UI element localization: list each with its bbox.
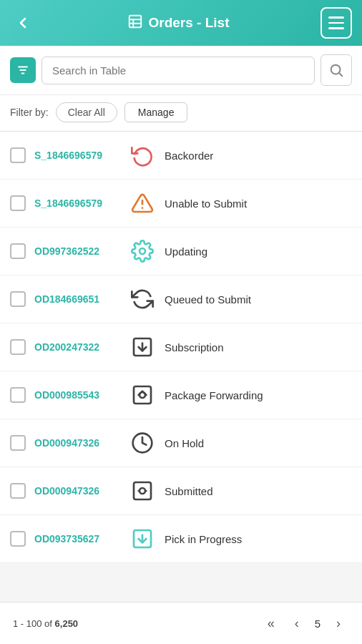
order-status: Queued to Submit: [165, 293, 352, 306]
row-checkbox[interactable]: [10, 483, 26, 499]
table-row: S_1846696579Unable to Submit: [0, 180, 362, 228]
order-status: Updating: [165, 245, 352, 258]
page-title: Orders - List: [149, 15, 230, 31]
onhold-icon: [129, 429, 156, 457]
svg-rect-17: [134, 482, 151, 499]
svg-rect-14: [134, 386, 151, 404]
filter-label: Filter by:: [10, 107, 49, 118]
manage-button[interactable]: Manage: [124, 102, 188, 122]
order-id[interactable]: OD000947326: [34, 485, 120, 497]
footer: 1 - 100 of 6,250 « ‹ 5 ›: [0, 602, 362, 644]
search-input[interactable]: [41, 57, 315, 84]
table-row: S_1846696579Backorder: [0, 132, 362, 180]
table-row: OD000947326On Hold: [0, 419, 362, 467]
hamburger-icon: [328, 16, 344, 29]
order-status: Submitted: [165, 485, 352, 497]
pick-icon: [129, 525, 156, 552]
header-title-wrap: Orders - List: [127, 14, 230, 33]
search-button[interactable]: [321, 54, 352, 86]
table-row: OD997362522Updating: [0, 228, 362, 275]
unable-icon: [129, 190, 156, 217]
search-bar: [0, 46, 362, 95]
next-page-button[interactable]: ›: [328, 613, 349, 634]
order-id[interactable]: OD200247322: [34, 341, 120, 353]
order-id[interactable]: OD093735627: [34, 533, 120, 545]
queued-icon: [129, 286, 156, 313]
row-checkbox[interactable]: [10, 531, 26, 547]
row-checkbox[interactable]: [10, 243, 26, 259]
table-row: OD000947326Submitted: [0, 467, 362, 515]
row-checkbox[interactable]: [10, 387, 26, 403]
order-id[interactable]: S_1846696579: [34, 197, 120, 209]
orders-icon: [127, 14, 143, 33]
filter-button[interactable]: [10, 57, 36, 83]
first-page-button[interactable]: «: [260, 613, 282, 634]
header: Orders - List: [0, 0, 362, 46]
forwarding-icon: [129, 381, 156, 409]
row-checkbox[interactable]: [10, 195, 26, 211]
order-status: Backorder: [165, 150, 352, 162]
row-checkbox[interactable]: [10, 147, 26, 163]
svg-rect-0: [129, 15, 141, 27]
table-row: OD000985543Package Forwarding: [0, 371, 362, 419]
svg-point-18: [140, 488, 145, 494]
svg-point-11: [140, 248, 145, 254]
svg-line-8: [339, 73, 342, 76]
submitted-icon: [129, 477, 156, 504]
order-status: Package Forwarding: [165, 389, 352, 401]
current-page: 5: [312, 618, 323, 630]
back-button[interactable]: [10, 10, 36, 36]
pagination: « ‹ 5 ›: [260, 613, 349, 634]
subscription-icon: [129, 333, 156, 361]
menu-button[interactable]: [321, 7, 352, 39]
order-status: Unable to Submit: [165, 197, 352, 210]
backorder-icon: [129, 142, 156, 169]
row-checkbox[interactable]: [10, 339, 26, 355]
order-id[interactable]: S_1846696579: [34, 150, 120, 161]
table-row: OD200247322Subscription: [0, 323, 362, 371]
prev-page-button[interactable]: ‹: [286, 613, 308, 634]
order-status: On Hold: [165, 437, 352, 449]
order-id[interactable]: OD000947326: [34, 437, 120, 449]
table-row: OD093735627Pick in Progress: [0, 515, 362, 563]
order-id[interactable]: OD997362522: [34, 245, 120, 257]
updating-icon: [129, 238, 156, 265]
order-status: Pick in Progress: [165, 533, 352, 545]
clear-all-button[interactable]: Clear All: [56, 102, 117, 122]
table-row: OD184669651Queued to Submit: [0, 275, 362, 323]
order-status: Subscription: [165, 341, 352, 353]
order-list: S_1846696579BackorderS_1846696579Unable …: [0, 132, 362, 563]
row-checkbox[interactable]: [10, 435, 26, 451]
row-checkbox[interactable]: [10, 291, 26, 307]
order-id[interactable]: OD184669651: [34, 293, 120, 305]
filter-row: Filter by: Clear All Manage: [0, 95, 362, 132]
result-count: 1 - 100 of 6,250: [13, 618, 78, 629]
order-id[interactable]: OD000985543: [34, 389, 120, 401]
